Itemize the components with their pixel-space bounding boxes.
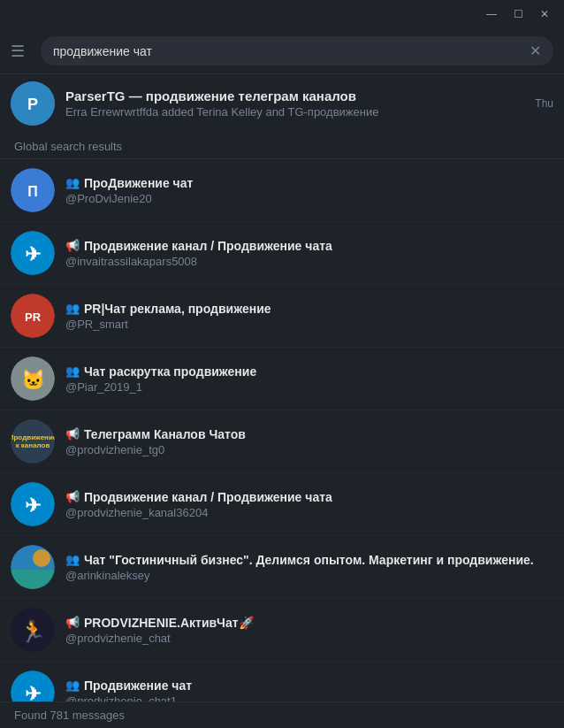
result-avatar: ✈ — [11, 231, 55, 275]
result-item[interactable]: 🐱 👥 Чат раскрутка продвижение @Piar_2019… — [0, 348, 564, 410]
recent-chat-name: ParserTG — продвижение телеграм каналов — [65, 88, 524, 103]
svg-rect-16 — [11, 570, 55, 589]
result-item[interactable]: 👥 Чат "Гостиничный бизнес". Делимся опыт… — [0, 536, 564, 599]
search-input-wrap: ✕ — [41, 36, 553, 65]
result-name: 📢 Телеграмм Каналов Чатов — [65, 427, 553, 441]
result-title: Продвижение канал / Продвижение чата — [84, 490, 332, 504]
svg-text:Продвижение: Продвижение — [11, 433, 55, 441]
result-item[interactable]: ✈ 📢 Продвижение канал / Продвижение чата… — [0, 222, 564, 285]
close-button[interactable]: ✕ — [532, 4, 557, 24]
search-bar: ☰ ✕ — [0, 28, 564, 74]
svg-text:к каналов: к каналов — [16, 441, 50, 449]
result-handle: @arinkinaleksey — [65, 569, 553, 582]
result-handle: @PR_smart — [65, 318, 553, 331]
result-avatar: ✈ — [11, 482, 55, 526]
maximize-button[interactable]: ☐ — [506, 4, 530, 24]
avatar: P — [11, 81, 55, 126]
result-item[interactable]: PR 👥 PR|Чат реклама, продвижение @PR_sma… — [0, 285, 564, 348]
type-icon: 📢 — [65, 427, 80, 441]
result-title: Чат раскрутка продвижение — [84, 364, 256, 379]
result-content: 📢 PRODVIZHENIE.АктивЧат🚀 @prodvizhenie_c… — [65, 616, 553, 645]
svg-text:✈: ✈ — [25, 243, 42, 265]
result-handle: @Piar_2019_1 — [65, 380, 553, 394]
svg-text:🐱: 🐱 — [21, 368, 46, 392]
recent-chat-content: ParserTG — продвижение телеграм каналов … — [65, 88, 524, 119]
result-item[interactable]: П 👥 ПроДвижение чат @ProDviJenie20 — [0, 159, 564, 222]
result-avatar: 🐱 — [11, 356, 55, 401]
result-name: 👥 ПроДвижение чат — [65, 176, 553, 190]
result-handle: @invaitrassilakapars5008 — [65, 255, 553, 268]
minimize-button[interactable]: — — [479, 4, 504, 24]
result-title: PR|Чат реклама, продвижение — [84, 302, 271, 316]
result-title: PRODVIZHENIE.АктивЧат🚀 — [84, 616, 254, 630]
svg-text:🏃: 🏃 — [19, 618, 46, 644]
result-content: 👥 Чат раскрутка продвижение @Piar_2019_1 — [65, 364, 553, 394]
result-title: Продвижение чат — [84, 678, 192, 693]
result-name: 👥 Продвижение чат — [65, 678, 553, 693]
svg-text:PR: PR — [25, 310, 42, 324]
search-input[interactable] — [53, 44, 530, 58]
result-content: 📢 Продвижение канал / Продвижение чата @… — [65, 490, 553, 519]
results-container: П 👥 ПроДвижение чат @ProDviJenie20 ✈ 📢 П… — [0, 159, 564, 728]
result-avatar: П — [11, 168, 55, 212]
result-title: ПроДвижение чат — [84, 176, 193, 190]
recent-chat-sub: Erra Errewrwrtffda added Terina Kelley a… — [65, 105, 524, 119]
type-icon: 📢 — [65, 616, 80, 629]
result-name: 📢 Продвижение канал / Продвижение чата — [65, 239, 553, 253]
result-name: 📢 Продвижение канал / Продвижение чата — [65, 490, 553, 504]
global-search-label: Global search results — [0, 133, 564, 159]
menu-icon[interactable]: ☰ — [11, 42, 32, 61]
result-handle: @ProDviJenie20 — [65, 192, 553, 205]
result-item[interactable]: 🏃 📢 PRODVIZHENIE.АктивЧат🚀 @prodvizhenie… — [0, 599, 564, 662]
result-title: Продвижение канал / Продвижение чата — [84, 239, 332, 253]
result-handle: @prodvizhenie_tg0 — [65, 443, 553, 456]
svg-text:P: P — [27, 96, 38, 113]
result-content: 👥 PR|Чат реклама, продвижение @PR_smart — [65, 302, 553, 331]
result-content: 📢 Продвижение канал / Продвижение чата @… — [65, 239, 553, 268]
type-icon: 📢 — [65, 490, 80, 503]
found-messages-text: Found 781 messages — [14, 709, 125, 722]
svg-point-17 — [33, 549, 50, 567]
result-item[interactable]: Продвижениек каналов 📢 Телеграмм Каналов… — [0, 410, 564, 473]
result-name: 👥 Чат раскрутка продвижение — [65, 364, 553, 379]
result-name: 📢 PRODVIZHENIE.АктивЧат🚀 — [65, 616, 553, 630]
svg-text:П: П — [27, 184, 38, 199]
result-handle: @prodvizhenie_kanal36204 — [65, 506, 553, 519]
result-title: Телеграмм Каналов Чатов — [84, 427, 246, 441]
type-icon: 👥 — [65, 302, 80, 315]
type-icon: 📢 — [65, 239, 80, 252]
type-icon: 👥 — [65, 364, 80, 378]
recent-chat-item[interactable]: P ParserTG — продвижение телеграм канало… — [0, 74, 564, 133]
result-avatar: PR — [11, 294, 55, 338]
result-avatar — [11, 545, 55, 589]
type-icon: 👥 — [65, 176, 80, 189]
result-handle: @prodvizhenie_chat — [65, 632, 553, 645]
result-avatar: 🏃 — [11, 608, 55, 652]
clear-search-icon[interactable]: ✕ — [530, 42, 541, 59]
recent-chat-time: Thu — [535, 97, 553, 110]
result-name: 👥 PR|Чат реклама, продвижение — [65, 302, 553, 316]
result-content: 👥 ПроДвижение чат @ProDviJenie20 — [65, 176, 553, 205]
result-content: 📢 Телеграмм Каналов Чатов @prodvizhenie_… — [65, 427, 553, 456]
result-avatar: Продвижениек каналов — [11, 419, 55, 464]
svg-text:✈: ✈ — [25, 494, 42, 517]
type-icon: 👥 — [65, 553, 80, 566]
type-icon: 👥 — [65, 678, 80, 692]
title-bar: — ☐ ✕ — [0, 0, 564, 28]
result-name: 👥 Чат "Гостиничный бизнес". Делимся опыт… — [65, 553, 553, 567]
result-title: Чат "Гостиничный бизнес". Делимся опытом… — [84, 553, 534, 567]
result-content: 👥 Чат "Гостиничный бизнес". Делимся опыт… — [65, 553, 553, 582]
result-item[interactable]: ✈ 📢 Продвижение канал / Продвижение чата… — [0, 473, 564, 536]
footer: Found 781 messages — [0, 701, 564, 728]
